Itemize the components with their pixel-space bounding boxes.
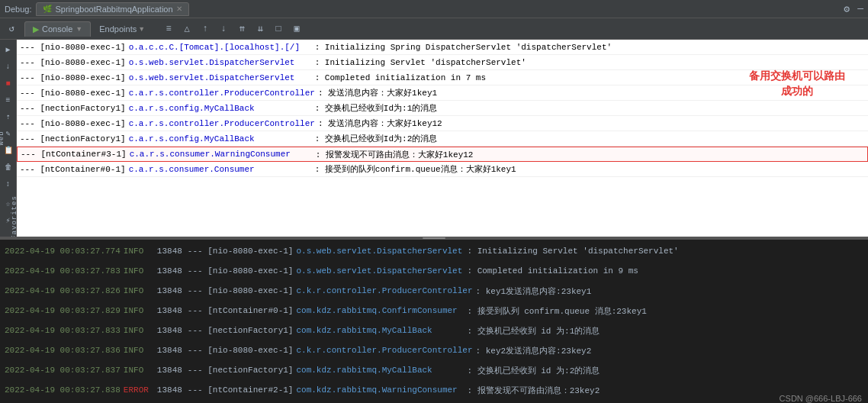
log-class[interactable]: c.a.r.s.config.MyCallBack xyxy=(129,134,312,143)
bottom-class[interactable]: o.s.web.servlet.DispatcherServlet xyxy=(296,266,464,276)
log-prefix: --- [nectionFactory1] xyxy=(20,104,126,113)
thread-id: 13848 xyxy=(157,366,185,375)
file-button[interactable]: 📋 xyxy=(2,143,15,157)
main-area: ▶ ↓ ■ ≡ ⇡ ✎ 📋 🗑 ↕ ☆ ⚡ Web Favorites --- … xyxy=(0,40,868,237)
frames-button[interactable]: ≡ xyxy=(2,93,15,107)
toolbar-icons: ≡ △ ↑ ↓ ⇈ ⇊ □ ▣ xyxy=(160,21,305,37)
bottom-class[interactable]: com.kdz.rabbitmq.ConfirmConsumer xyxy=(296,306,464,315)
expand-button[interactable]: ↕ xyxy=(2,177,15,191)
web-label: Web xyxy=(0,131,5,145)
timestamp: 2022-04-19 00:03:27.774 xyxy=(5,247,121,256)
thread-name: --- [nio-8080-exec-1] xyxy=(188,286,294,295)
bottom-class[interactable]: c.k.r.controller.ProducerController xyxy=(296,346,472,355)
bottom-log-row: 2022-04-19 00:03:27.836 INFO 13848 --- [… xyxy=(0,340,868,360)
log-prefix: --- [nio-8080-exec-1] xyxy=(20,119,126,128)
log-class[interactable]: c.a.r.s.consumer.Consumer xyxy=(129,165,312,174)
log-message: : Initializing Spring DispatcherServlet … xyxy=(315,43,612,52)
console-icon: ▶ xyxy=(33,24,39,34)
log-prefix: --- [ntContainer#3-1] xyxy=(21,150,127,159)
timestamp: 2022-04-19 00:03:27.837 xyxy=(5,366,121,375)
scroll-down-icon[interactable]: ↓ xyxy=(215,21,232,37)
debug-tab[interactable]: 🌿 SpringbootRabbitmqApplication ✕ xyxy=(36,2,188,16)
thread-name: --- [ntContainer#0-1] xyxy=(188,306,294,315)
log-class[interactable]: o.a.c.c.C.[Tomcat].[localhost].[/] xyxy=(129,43,312,52)
thread-id: 13848 xyxy=(157,266,185,276)
run-button[interactable]: ▶ xyxy=(2,43,15,56)
log-level: INFO xyxy=(124,247,154,256)
log-class[interactable]: o.s.web.servlet.DispatcherServlet xyxy=(129,58,312,67)
bottom-log-row: 2022-04-19 00:03:27.829 INFO 13848 --- [… xyxy=(0,301,868,321)
spring-icon: 🌿 xyxy=(43,5,52,13)
log-class[interactable]: c.a.r.s.controller.ProducerController xyxy=(129,89,315,98)
log-rows-container: --- [nio-8080-exec-1] o.a.c.c.C.[Tomcat]… xyxy=(17,40,868,177)
log-message: : 接受到的队列confirm.queue消息：大家好1key1 xyxy=(315,163,516,175)
log-level: INFO xyxy=(124,346,154,355)
scroll-bottom-fast-icon[interactable]: ⇊ xyxy=(252,21,268,37)
console-dropdown-icon[interactable]: ▼ xyxy=(76,25,82,33)
thread-id: 13848 xyxy=(157,385,185,395)
up-button[interactable]: ⇡ xyxy=(2,110,15,124)
minus-icon[interactable]: — xyxy=(857,3,863,15)
log-prefix: --- [ntContainer#0-1] xyxy=(20,165,126,174)
log-level: INFO xyxy=(124,266,154,276)
bottom-log-row: 2022-04-19 00:03:27.774 INFO 13848 --- [… xyxy=(0,241,868,261)
refresh-button[interactable]: ↺ xyxy=(3,21,20,37)
log-row: --- [nio-8080-exec-1] o.s.web.servlet.Di… xyxy=(17,70,868,85)
filter-icon[interactable]: ≡ xyxy=(160,21,177,37)
thread-id: 13848 xyxy=(157,286,185,295)
thread-name: --- [nio-8080-exec-1] xyxy=(188,346,294,355)
tab-console[interactable]: ▶ Console ▼ xyxy=(24,21,91,37)
bottom-log-section: 2022-04-19 00:03:27.774 INFO 13848 --- [… xyxy=(0,240,868,403)
gear-icon[interactable]: ⚙ xyxy=(844,3,850,15)
stop-button[interactable]: ■ xyxy=(2,76,15,90)
log-class[interactable]: c.a.r.s.controller.ProducerController xyxy=(129,119,315,128)
close-tab-icon[interactable]: ✕ xyxy=(176,5,182,13)
timestamp: 2022-04-19 00:03:27.783 xyxy=(5,266,121,276)
bottom-log-row: 2022-04-19 00:03:27.837 INFO 13848 --- [… xyxy=(0,360,868,380)
endpoints-dropdown-icon[interactable]: ▼ xyxy=(138,25,145,33)
timestamp: 2022-04-19 00:03:27.826 xyxy=(5,286,121,295)
bottom-class[interactable]: com.kdz.rabbitmq.MyCallBack xyxy=(296,366,464,375)
timestamp: 2022-04-19 00:03:27.829 xyxy=(5,306,121,315)
log-level: ERROR xyxy=(124,385,154,395)
log-prefix: --- [nio-8080-exec-1] xyxy=(20,43,126,52)
csdn-watermark: CSDN @666-LBJ-666 xyxy=(780,394,862,403)
annotation-line2: 成功的 xyxy=(749,84,845,99)
bottom-class[interactable]: c.k.r.controller.ProducerController xyxy=(296,286,472,295)
bottom-class[interactable]: o.s.web.servlet.DispatcherServlet xyxy=(296,247,464,256)
log-level: INFO xyxy=(124,306,154,315)
log-row: --- [ntContainer#3-1] c.a.r.s.consumer.W… xyxy=(17,147,868,162)
divider-handle xyxy=(423,237,445,239)
delete-button[interactable]: 🗑 xyxy=(2,160,15,174)
log-row: --- [nio-8080-exec-1] o.s.web.servlet.Di… xyxy=(17,55,868,70)
soft-wrap-icon[interactable]: □ xyxy=(270,21,287,37)
bottom-log-row: 2022-04-19 00:03:27.826 INFO 13848 --- [… xyxy=(0,281,868,301)
annotation-line1: 备用交换机可以路由 xyxy=(749,69,845,84)
timestamp: 2022-04-19 00:03:27.838 xyxy=(5,385,121,395)
scroll-up-icon[interactable]: ↑ xyxy=(197,21,214,37)
scroll-top-icon[interactable]: △ xyxy=(178,21,195,37)
thread-name: --- [nectionFactory1] xyxy=(188,366,294,375)
bottom-message: : Initializing Servlet 'dispatcherServle… xyxy=(467,247,678,256)
log-content: --- [nio-8080-exec-1] o.a.c.c.C.[Tomcat]… xyxy=(17,40,868,237)
bottom-log-row: 2022-04-19 00:03:27.783 INFO 13848 --- [… xyxy=(0,261,868,281)
log-prefix: --- [nio-8080-exec-1] xyxy=(20,58,126,67)
scroll-top-fast-icon[interactable]: ⇈ xyxy=(233,21,250,37)
step-over-button[interactable]: ↓ xyxy=(2,60,15,73)
annotation-box: 备用交换机可以路由 成功的 xyxy=(749,69,845,98)
log-level: INFO xyxy=(124,326,154,335)
bottom-message: : 交换机已经收到 id 为:2的消息 xyxy=(467,365,600,376)
bottom-class[interactable]: com.kdz.rabbitmq.MyCallBack xyxy=(296,326,464,335)
log-message: : 报警发现不可路由消息：大家好1key12 xyxy=(316,149,474,160)
log-class[interactable]: c.a.r.s.config.MyCallBack xyxy=(129,104,312,113)
log-row: --- [nectionFactory1] c.a.r.s.config.MyC… xyxy=(17,101,868,116)
log-class[interactable]: c.a.r.s.consumer.WarningConsumer xyxy=(130,150,313,159)
thread-id: 13848 xyxy=(157,346,185,355)
tab-endpoints[interactable]: Endpoints ▼ xyxy=(92,22,153,36)
clear-icon[interactable]: ▣ xyxy=(288,21,305,37)
bottom-class[interactable]: com.kdz.rabbitmq.WarningConsumer xyxy=(296,385,464,395)
log-class[interactable]: o.s.web.servlet.DispatcherServlet xyxy=(129,73,312,82)
endpoints-tab-label: Endpoints xyxy=(99,24,137,34)
log-row: --- [nectionFactory1] c.a.r.s.config.MyC… xyxy=(17,131,868,147)
bottom-log-container: 2022-04-19 00:03:27.774 INFO 13848 --- [… xyxy=(0,241,868,400)
